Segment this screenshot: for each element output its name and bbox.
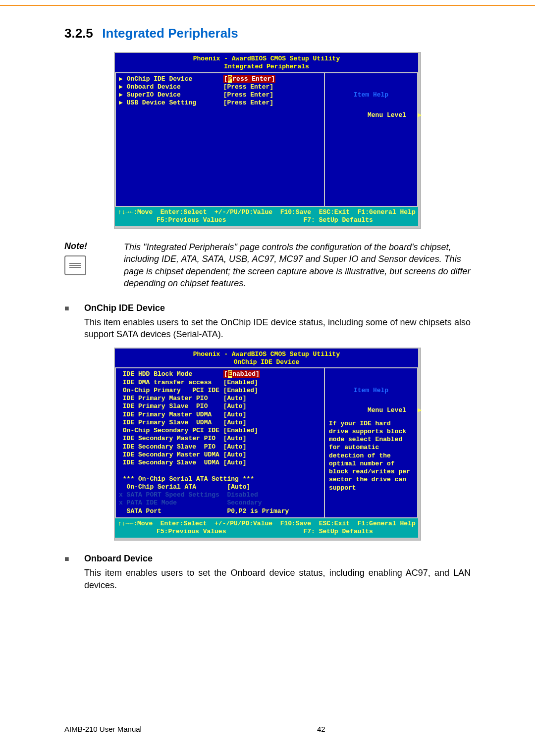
bios1-footer-l1: ↑↓→←:Move Enter:Select +/-/PU/PD:Value F… (118, 208, 416, 216)
footer-page: 42 (218, 725, 471, 733)
note-block: Note! This "Integrated Peripherals" page… (64, 241, 471, 289)
bios2-footer-l1: ↑↓→←:Move Enter:Select +/-/PU/PD:Value F… (118, 520, 416, 527)
bios2-help-header: Item Help (329, 387, 413, 395)
bios2-extra-row: On-Chip Serial ATA [Auto] (119, 483, 321, 491)
bullet-icon: ■ (64, 303, 84, 313)
bios1-title: Phoenix - AwardBIOS CMOS Setup Utility I… (115, 53, 418, 72)
bios2-extra-row: SATA Port P0,P2 is Primary (119, 507, 321, 515)
bios2-title-l1: Phoenix - AwardBIOS CMOS Setup Utility (193, 351, 340, 358)
page-top-rule (0, 0, 535, 6)
bios1-help-header: Item Help (329, 91, 413, 99)
bios2-right-pane: Item Help Menu Level ▶ If your IDE hard … (325, 368, 417, 517)
bios2-title: Phoenix - AwardBIOS CMOS Setup Utility O… (115, 349, 418, 368)
bios1-title-l1: Phoenix - AwardBIOS CMOS Setup Utility (193, 55, 340, 62)
bios2-row: On-Chip Primary PCI IDE [Enabled] (119, 387, 321, 395)
bios2-menu-level: Menu Level ▶ (368, 406, 422, 414)
note-label: Note! (64, 241, 119, 252)
section-number: 3.2.5 (64, 26, 93, 41)
bios-screenshot-2: Phoenix - AwardBIOS CMOS Setup Utility O… (114, 348, 421, 541)
bios2-footer: ↑↓→←:Move Enter:Select +/-/PU/PD:Value F… (115, 518, 418, 538)
bios2-row: IDE Secondary Slave PIO [Auto] (119, 443, 321, 451)
bios-screenshot-1: Phoenix - AwardBIOS CMOS Setup Utility I… (114, 52, 421, 229)
bios1-left-pane: ▶ OnChip IDE Device [Press Enter]▶ Onboa… (116, 73, 325, 206)
bios1-menu-level: Menu Level ▶ (368, 111, 422, 119)
footer-left: AIMB-210 User Manual (64, 725, 218, 733)
bullet-icon: ■ (64, 554, 84, 564)
bios2-row: IDE Secondary Master UDMA [Auto] (119, 451, 321, 459)
bios2-help-body: If your IDE hard drive supports block mo… (329, 420, 413, 492)
bios2-row: IDE Primary Master PIO [Auto] (119, 395, 321, 403)
bios2-row: On-Chip Secondary PCI IDE [Enabled] (119, 427, 321, 435)
page-content: 3.2.5 Integrated Peripherals Phoenix - A… (0, 26, 535, 591)
bios1-row: ▶ Onboard Device [Press Enter] (119, 83, 321, 91)
note-body: This "Integrated Peripherals" page contr… (124, 241, 471, 289)
section-heading: 3.2.5 Integrated Peripherals (64, 26, 471, 41)
bios2-row: IDE HDD Block Mode [Enabled] (119, 370, 321, 378)
sub2-body: This item enables users to set the Onboa… (84, 567, 471, 591)
bios2-extra-header: *** On-Chip Serial ATA Setting *** (119, 475, 321, 483)
bios2-row: IDE Primary Slave UDMA [Auto] (119, 419, 321, 427)
bios2-extra-row: x PATA IDE Mode Secondary (119, 499, 321, 507)
bios1-footer-l2: F5:Previous Values F7: SetUp Defaults (118, 216, 373, 224)
note-icon (64, 255, 86, 275)
bios1-title-l2: Integrated Peripherals (224, 63, 309, 70)
sub2-heading-row: ■ Onboard Device (64, 554, 471, 564)
sub1-heading: OnChip IDE Device (84, 303, 165, 313)
bios2-row: IDE Secondary Master PIO [Auto] (119, 435, 321, 443)
bios2-row: IDE Primary Master UDMA [Auto] (119, 411, 321, 419)
bios1-row: ▶ OnChip IDE Device [Press Enter] (119, 75, 321, 83)
bios1-footer: ↑↓→←:Move Enter:Select +/-/PU/PD:Value F… (115, 207, 418, 227)
bios2-row: IDE Secondary Slave UDMA [Auto] (119, 459, 321, 467)
bios1-right-pane: Item Help Menu Level ▶ (325, 73, 417, 206)
sub1-heading-row: ■ OnChip IDE Device (64, 303, 471, 313)
bios2-extra-row: x SATA PORT Speed Settings Disabled (119, 491, 321, 499)
sub1-body: This item enables users to set the OnChi… (84, 316, 471, 341)
bios2-footer-l2: F5:Previous Values F7: SetUp Defaults (118, 528, 373, 535)
sub2-heading: Onboard Device (84, 554, 153, 564)
bios1-row: ▶ USB Device Setting [Press Enter] (119, 99, 321, 107)
bios2-row: IDE Primary Slave PIO [Auto] (119, 403, 321, 410)
bios2-left-pane: IDE HDD Block Mode [Enabled] IDE DMA tra… (116, 368, 325, 517)
section-title: Integrated Peripherals (102, 26, 238, 41)
page-footer: AIMB-210 User Manual 42 (64, 725, 471, 733)
bios1-row: ▶ SuperIO Device [Press Enter] (119, 91, 321, 99)
bios2-row: IDE DMA transfer access [Enabled] (119, 379, 321, 387)
bios2-title-l2: OnChip IDE Device (234, 358, 300, 366)
